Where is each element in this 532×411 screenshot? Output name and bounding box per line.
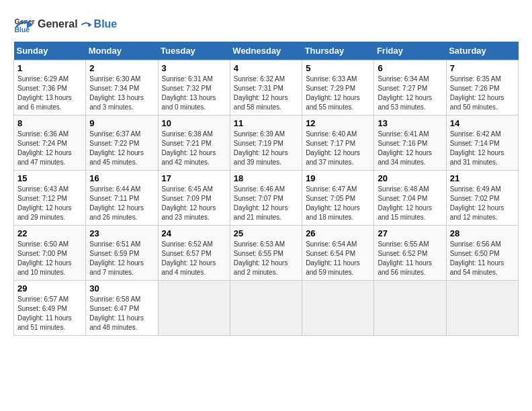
day-detail: Sunrise: 6:56 AMSunset: 6:50 PMDaylight:… (450, 240, 515, 277)
calendar-day-29: 29Sunrise: 6:57 AMSunset: 6:49 PMDayligh… (14, 281, 86, 336)
day-number: 15 (17, 173, 82, 183)
calendar-day-11: 11Sunrise: 6:39 AMSunset: 7:19 PMDayligh… (230, 116, 302, 171)
calendar-day-10: 10Sunrise: 6:38 AMSunset: 7:21 PMDayligh… (158, 116, 230, 171)
day-number: 23 (89, 228, 154, 238)
col-header-tuesday: Tuesday (158, 42, 230, 60)
logo-icon: General Blue (13, 13, 35, 35)
day-detail: Sunrise: 6:37 AMSunset: 7:22 PMDaylight:… (89, 130, 154, 167)
col-header-saturday: Saturday (446, 42, 518, 60)
calendar-day-20: 20Sunrise: 6:48 AMSunset: 7:04 PMDayligh… (374, 171, 446, 226)
day-detail: Sunrise: 6:42 AMSunset: 7:14 PMDaylight:… (450, 130, 515, 167)
day-number: 12 (306, 118, 370, 128)
day-detail: Sunrise: 6:38 AMSunset: 7:21 PMDaylight:… (162, 130, 226, 167)
day-number: 10 (162, 118, 226, 128)
day-number: 2 (89, 63, 154, 73)
day-detail: Sunrise: 6:50 AMSunset: 7:00 PMDaylight:… (17, 240, 82, 277)
calendar-day-28: 28Sunrise: 6:56 AMSunset: 6:50 PMDayligh… (446, 226, 518, 281)
day-detail: Sunrise: 6:58 AMSunset: 6:47 PMDaylight:… (89, 295, 154, 332)
col-header-monday: Monday (86, 42, 158, 60)
day-number: 20 (378, 173, 442, 183)
calendar-week-2: 8Sunrise: 6:36 AMSunset: 7:24 PMDaylight… (14, 116, 519, 171)
day-detail: Sunrise: 6:33 AMSunset: 7:29 PMDaylight:… (306, 75, 370, 112)
day-number: 11 (234, 118, 298, 128)
empty-cell (158, 281, 230, 336)
day-number: 21 (450, 173, 515, 183)
empty-cell (446, 281, 518, 336)
day-number: 3 (162, 63, 226, 73)
day-number: 27 (378, 228, 442, 238)
day-detail: Sunrise: 6:57 AMSunset: 6:49 PMDaylight:… (17, 295, 82, 332)
day-detail: Sunrise: 6:55 AMSunset: 6:52 PMDaylight:… (378, 240, 442, 277)
day-number: 22 (17, 228, 82, 238)
day-number: 9 (89, 118, 154, 128)
calendar-day-22: 22Sunrise: 6:50 AMSunset: 7:00 PMDayligh… (14, 226, 86, 281)
day-detail: Sunrise: 6:52 AMSunset: 6:57 PMDaylight:… (162, 240, 226, 277)
calendar-day-23: 23Sunrise: 6:51 AMSunset: 6:59 PMDayligh… (86, 226, 158, 281)
calendar-day-13: 13Sunrise: 6:41 AMSunset: 7:16 PMDayligh… (374, 116, 446, 171)
day-number: 30 (89, 283, 154, 293)
day-detail: Sunrise: 6:51 AMSunset: 6:59 PMDaylight:… (89, 240, 154, 277)
day-detail: Sunrise: 6:29 AMSunset: 7:36 PMDaylight:… (17, 75, 82, 112)
day-detail: Sunrise: 6:30 AMSunset: 7:34 PMDaylight:… (89, 75, 154, 112)
logo-arrow (79, 19, 93, 30)
day-detail: Sunrise: 6:44 AMSunset: 7:11 PMDaylight:… (89, 185, 154, 222)
day-detail: Sunrise: 6:48 AMSunset: 7:04 PMDaylight:… (378, 185, 442, 222)
day-number: 7 (450, 63, 515, 73)
day-number: 18 (234, 173, 298, 183)
day-detail: Sunrise: 6:41 AMSunset: 7:16 PMDaylight:… (378, 130, 442, 167)
calendar-day-16: 16Sunrise: 6:44 AMSunset: 7:11 PMDayligh… (86, 171, 158, 226)
calendar-day-25: 25Sunrise: 6:53 AMSunset: 6:55 PMDayligh… (230, 226, 302, 281)
day-detail: Sunrise: 6:47 AMSunset: 7:05 PMDaylight:… (306, 185, 370, 222)
calendar-day-26: 26Sunrise: 6:54 AMSunset: 6:54 PMDayligh… (302, 226, 374, 281)
calendar-day-9: 9Sunrise: 6:37 AMSunset: 7:22 PMDaylight… (86, 116, 158, 171)
day-number: 26 (306, 228, 370, 238)
calendar-day-21: 21Sunrise: 6:49 AMSunset: 7:02 PMDayligh… (446, 171, 518, 226)
svg-text:Blue: Blue (15, 26, 30, 34)
empty-cell (302, 281, 374, 336)
day-number: 25 (234, 228, 298, 238)
day-number: 14 (450, 118, 515, 128)
col-header-wednesday: Wednesday (230, 42, 302, 60)
calendar-week-5: 29Sunrise: 6:57 AMSunset: 6:49 PMDayligh… (14, 281, 519, 336)
calendar-day-19: 19Sunrise: 6:47 AMSunset: 7:05 PMDayligh… (302, 171, 374, 226)
day-detail: Sunrise: 6:34 AMSunset: 7:27 PMDaylight:… (378, 75, 442, 112)
day-number: 16 (89, 173, 154, 183)
day-detail: Sunrise: 6:39 AMSunset: 7:19 PMDaylight:… (234, 130, 298, 167)
calendar-header-row: SundayMondayTuesdayWednesdayThursdayFrid… (14, 42, 519, 60)
day-detail: Sunrise: 6:43 AMSunset: 7:12 PMDaylight:… (17, 185, 82, 222)
day-number: 6 (378, 63, 442, 73)
day-detail: Sunrise: 6:46 AMSunset: 7:07 PMDaylight:… (234, 185, 298, 222)
calendar-day-17: 17Sunrise: 6:45 AMSunset: 7:09 PMDayligh… (158, 171, 230, 226)
day-detail: Sunrise: 6:31 AMSunset: 7:32 PMDaylight:… (162, 75, 226, 112)
calendar-day-5: 5Sunrise: 6:33 AMSunset: 7:29 PMDaylight… (302, 60, 374, 116)
calendar-day-8: 8Sunrise: 6:36 AMSunset: 7:24 PMDaylight… (14, 116, 86, 171)
day-number: 13 (378, 118, 442, 128)
day-number: 8 (17, 118, 82, 128)
day-detail: Sunrise: 6:36 AMSunset: 7:24 PMDaylight:… (17, 130, 82, 167)
day-number: 28 (450, 228, 515, 238)
day-number: 1 (17, 63, 82, 73)
empty-cell (230, 281, 302, 336)
day-number: 19 (306, 173, 370, 183)
logo-text: GeneralBlue (38, 18, 117, 30)
day-detail: Sunrise: 6:40 AMSunset: 7:17 PMDaylight:… (306, 130, 370, 167)
logo: General Blue GeneralBlue (13, 13, 117, 35)
day-detail: Sunrise: 6:49 AMSunset: 7:02 PMDaylight:… (450, 185, 515, 222)
calendar-week-1: 1Sunrise: 6:29 AMSunset: 7:36 PMDaylight… (14, 60, 519, 116)
empty-cell (374, 281, 446, 336)
calendar-week-3: 15Sunrise: 6:43 AMSunset: 7:12 PMDayligh… (14, 171, 519, 226)
day-number: 17 (162, 173, 226, 183)
day-detail: Sunrise: 6:35 AMSunset: 7:26 PMDaylight:… (450, 75, 515, 112)
day-detail: Sunrise: 6:54 AMSunset: 6:54 PMDaylight:… (306, 240, 370, 277)
calendar-day-24: 24Sunrise: 6:52 AMSunset: 6:57 PMDayligh… (158, 226, 230, 281)
day-number: 5 (306, 63, 370, 73)
calendar-day-2: 2Sunrise: 6:30 AMSunset: 7:34 PMDaylight… (86, 60, 158, 116)
col-header-sunday: Sunday (14, 42, 86, 60)
svg-marker-2 (88, 22, 91, 27)
calendar-day-7: 7Sunrise: 6:35 AMSunset: 7:26 PMDaylight… (446, 60, 518, 116)
calendar-day-12: 12Sunrise: 6:40 AMSunset: 7:17 PMDayligh… (302, 116, 374, 171)
day-number: 24 (162, 228, 226, 238)
calendar-week-4: 22Sunrise: 6:50 AMSunset: 7:00 PMDayligh… (14, 226, 519, 281)
calendar-day-27: 27Sunrise: 6:55 AMSunset: 6:52 PMDayligh… (374, 226, 446, 281)
day-number: 4 (234, 63, 298, 73)
